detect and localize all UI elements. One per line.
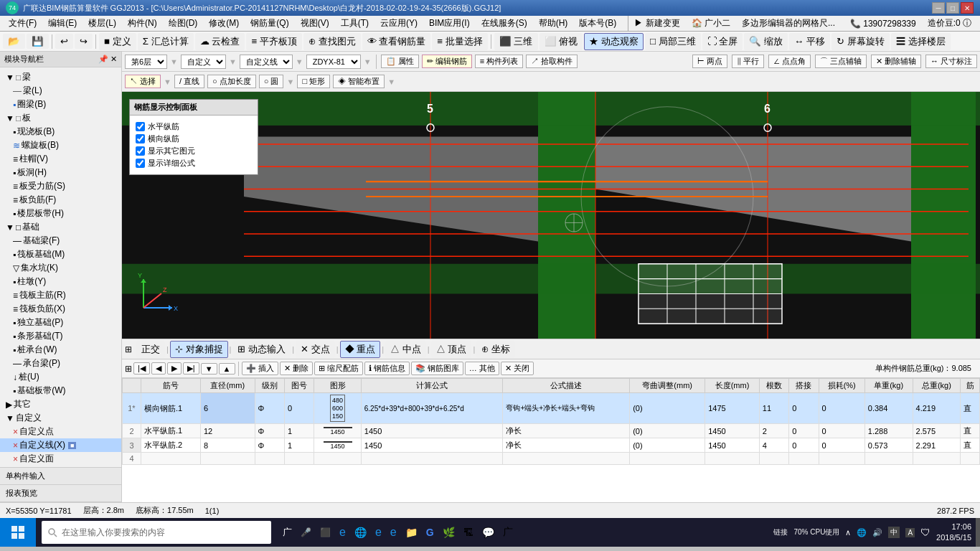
panel-pin[interactable]: 📌 ✕: [98, 55, 117, 64]
tree-col-cap[interactable]: ≡ 柱帽(V): [0, 152, 121, 166]
tree-custom-line[interactable]: × 自定义线(X) ■: [0, 438, 121, 452]
menu-bim[interactable]: BIM应用(I): [423, 16, 476, 31]
btn-close-table[interactable]: ✕ 关闭: [501, 362, 534, 375]
table-row[interactable]: 3 水平纵筋.2 8 Φ 1 1450 1450 净长 (0): [123, 438, 980, 453]
tree-strip-found[interactable]: ▪ 条形基础(T): [0, 329, 121, 343]
menu-edit[interactable]: 编辑(E): [42, 16, 83, 31]
table-row[interactable]: 4: [123, 453, 980, 465]
menu-modify[interactable]: 修改(M): [203, 16, 245, 31]
btn-line[interactable]: / 直线: [174, 75, 204, 88]
tree-pile[interactable]: ↓ 桩(U): [0, 370, 121, 384]
tb-calc[interactable]: Σ 汇总计算: [138, 33, 194, 50]
tb-undo[interactable]: ↩: [55, 34, 73, 49]
data-table[interactable]: 筋号 直径(mm) 级别 图号 图形 计算公式 公式描述 弯曲调整(mm) 长度…: [122, 378, 980, 502]
tree-slab-group[interactable]: ▼ □ 板: [0, 111, 121, 125]
tb-align-slab[interactable]: ≡ 平齐板顶: [246, 33, 301, 50]
btn-comp-list[interactable]: ≡ 构件列表: [475, 55, 523, 68]
menu-cloud[interactable]: 云应用(Y): [374, 16, 423, 31]
single-component-input[interactable]: 单构件输入: [0, 468, 121, 485]
btn-pick[interactable]: ↗ 拾取构件: [526, 55, 578, 68]
snap-object[interactable]: ⊹ 对象捕捉: [170, 341, 228, 358]
tree-found-beam[interactable]: — 基础梁(F): [0, 234, 121, 248]
menu-view[interactable]: 视图(V): [295, 16, 335, 31]
tree-cast-slab[interactable]: ▪ 现浇板(B): [0, 125, 121, 138]
min-button[interactable]: ─: [932, 2, 945, 14]
menu-version[interactable]: 版本号(B): [573, 16, 622, 31]
menu-online[interactable]: 在线服务(S): [476, 16, 533, 31]
cb-other-check[interactable]: [136, 146, 145, 156]
table-row[interactable]: 1* 横向钢筋.1 6 Φ 0 480600150 6.25*d+39*d+80…: [123, 393, 980, 424]
table-row[interactable]: 2 水平纵筋.1 12 Φ 1 1450 1450 净长 (0): [123, 424, 980, 438]
menu-tools[interactable]: 工具(T): [335, 16, 374, 31]
menu-file[interactable]: 文件(F): [3, 16, 42, 31]
snap-orthogonal[interactable]: 正交: [136, 341, 165, 358]
taskbar-folder-icon[interactable]: 📁: [405, 527, 418, 538]
cb-show-formula[interactable]: 显示详细公式: [136, 158, 252, 169]
tree-raft[interactable]: ▪ 筏板基础(M): [0, 248, 121, 261]
tree-ind-found[interactable]: ▪ 独立基础(P): [0, 316, 121, 329]
viewport[interactable]: 5 6 钢筋显示控制面板: [122, 92, 980, 339]
btn-select[interactable]: ↖ 选择: [125, 75, 161, 88]
tree-slab-neg[interactable]: ≡ 板负筋(F): [0, 193, 121, 207]
btn-three-point-axis[interactable]: ⌒ 三点辅轴: [815, 55, 867, 68]
tb-pan[interactable]: ↔ 平移: [789, 33, 830, 50]
tree-custom-face[interactable]: × 自定义面: [0, 452, 121, 466]
cb-transverse-check[interactable]: [136, 134, 145, 143]
cb-horizontal-rebar[interactable]: 水平纵筋: [136, 121, 252, 132]
taskbar-plant-icon[interactable]: 🌿: [443, 527, 455, 538]
tb-top-view[interactable]: ⬜ 俯视: [540, 33, 583, 50]
tree-slab-hole[interactable]: ▪ 板洞(H): [0, 166, 121, 179]
taskbar-show-desktop[interactable]: [976, 518, 980, 547]
tree-col-stump[interactable]: ▪ 柱墩(Y): [0, 275, 121, 288]
btn-rebar-lib[interactable]: 📚 钢筋图库: [411, 362, 463, 375]
tb-select-floor[interactable]: ☰ 选择楼层: [891, 33, 951, 50]
tb-batch-select[interactable]: ≡ 批量选择: [432, 33, 487, 50]
btn-nav-up[interactable]: ▲: [219, 363, 235, 375]
tb-redo[interactable]: ↪: [75, 34, 93, 49]
taskbar-g-icon[interactable]: G: [426, 527, 434, 538]
menu-small[interactable]: 🏠 广小二: [686, 16, 736, 31]
tree-spiral-slab[interactable]: ≋ 螺旋板(B): [0, 138, 121, 152]
snap-midpoint[interactable]: △ 中点: [385, 341, 426, 358]
tree-slab-force[interactable]: ≡ 板受力筋(S): [0, 179, 121, 193]
tb-fullscreen[interactable]: ⛶ 全屏: [702, 33, 743, 50]
cb-horizontal-check[interactable]: [136, 122, 145, 131]
cb-show-other[interactable]: 显示其它图元: [136, 146, 252, 156]
btn-scale-rebar[interactable]: ⊞ 缩尺配筋: [314, 362, 363, 375]
tb-local-3d[interactable]: □ 局部三维: [645, 33, 701, 50]
tree-sump[interactable]: ▽ 集水坑(K): [0, 261, 121, 275]
tb-3d[interactable]: ⬛ 三维: [494, 33, 538, 50]
taskbar-search[interactable]: 在这里输入你要搜索的内容: [42, 521, 271, 544]
btn-property[interactable]: 📋 属性: [381, 55, 419, 68]
btn-circle[interactable]: ○ 圆: [259, 75, 284, 88]
cb-transverse-rebar[interactable]: 横向纵筋: [136, 133, 252, 144]
taskbar-chrome-icon[interactable]: 🌐: [354, 527, 367, 538]
taskbar-task-view[interactable]: ⬛: [320, 527, 331, 537]
tb-save[interactable]: 💾: [27, 34, 49, 49]
tree-foundation-group[interactable]: ▼ □ 基础: [0, 220, 121, 234]
tb-dynamic-view[interactable]: ★ 动态观察: [584, 33, 644, 50]
tree-cap-beam[interactable]: — 承台梁(P): [0, 357, 121, 370]
taskbar-volume[interactable]: 🔊: [872, 528, 882, 537]
tree-pile-cap[interactable]: ▪ 桩承台(W): [0, 343, 121, 357]
start-button[interactable]: [0, 518, 36, 547]
snap-coord[interactable]: ⊕ 坐标: [476, 341, 515, 358]
tree-custom-group[interactable]: ▼ 自定义: [0, 411, 121, 425]
tree-custom-point[interactable]: × 自定义点: [0, 425, 121, 438]
taskbar-ie3-icon[interactable]: e: [390, 526, 397, 539]
menu-new-change[interactable]: ▶ 新建变更: [628, 16, 685, 31]
tb-open[interactable]: 📂: [3, 34, 25, 49]
btn-nav-last[interactable]: ▶|: [183, 362, 199, 375]
btn-delete[interactable]: ✕ 删除: [280, 362, 313, 375]
btn-nav-next[interactable]: ▶: [167, 362, 182, 375]
tb-define[interactable]: ■ 定义: [99, 33, 136, 50]
tree-other-group[interactable]: ▶ 其它: [0, 397, 121, 411]
taskbar-glj2-icon[interactable]: 广: [503, 526, 513, 539]
btn-nav-prev[interactable]: ◀: [151, 362, 166, 375]
taskbar-gld-icon[interactable]: 🏗: [463, 527, 473, 538]
floor-select[interactable]: 第6层: [125, 55, 167, 69]
tb-cloud-check[interactable]: ☁ 云检查: [195, 33, 245, 50]
menu-floor[interactable]: 楼层(L): [83, 16, 122, 31]
btn-edit-rebar[interactable]: ✏ 编辑钢筋: [422, 55, 472, 68]
taskbar-ie2-icon[interactable]: e: [375, 526, 382, 539]
